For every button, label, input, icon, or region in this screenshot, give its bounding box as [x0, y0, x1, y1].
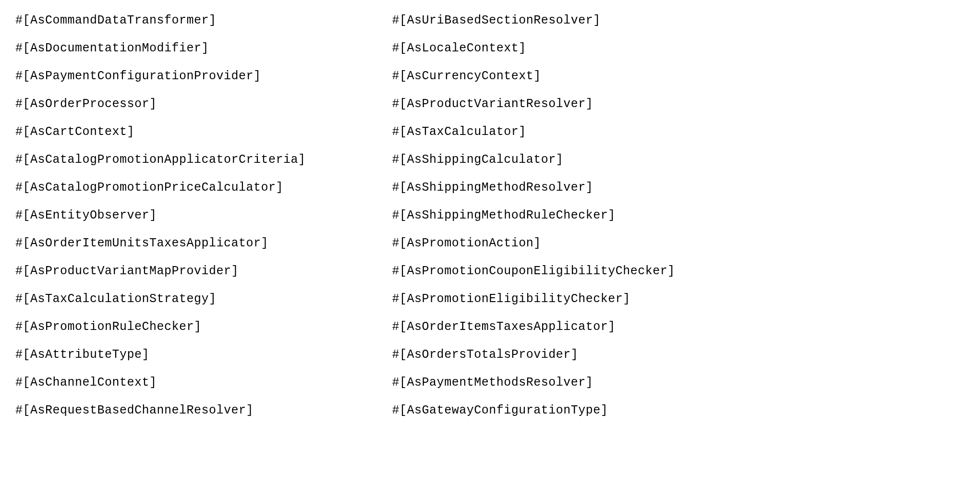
- list-item: #[AsCatalogPromotionPriceCalculator]: [15, 181, 306, 195]
- list-item: #[AsOrderItemUnitsTaxesApplicator]: [15, 236, 306, 251]
- list-item: #[AsOrdersTotalsProvider]: [392, 348, 675, 362]
- list-item: #[AsUriBasedSectionResolver]: [392, 13, 675, 28]
- list-item: #[AsShippingMethodRuleChecker]: [392, 208, 675, 223]
- list-item: #[AsShippingCalculator]: [392, 153, 675, 167]
- list-item: #[AsPromotionAction]: [392, 236, 675, 251]
- list-item: #[AsProductVariantResolver]: [392, 97, 675, 111]
- list-item: #[AsChannelContext]: [15, 376, 306, 390]
- list-item: #[AsShippingMethodResolver]: [392, 181, 675, 195]
- list-item: #[AsTaxCalculationStrategy]: [15, 292, 306, 306]
- list-item: #[AsTaxCalculator]: [392, 125, 675, 139]
- list-item: #[AsPaymentConfigurationProvider]: [15, 69, 306, 84]
- list-item: #[AsDocumentationModifier]: [15, 41, 306, 56]
- list-item: #[AsRequestBasedChannelResolver]: [15, 403, 306, 418]
- right-column: #[AsUriBasedSectionResolver] #[AsLocaleC…: [392, 13, 675, 418]
- list-item: #[AsCommandDataTransformer]: [15, 13, 306, 28]
- list-item: #[AsOrderProcessor]: [15, 97, 306, 111]
- list-item: #[AsPromotionEligibilityChecker]: [392, 292, 675, 306]
- list-item: #[AsEntityObserver]: [15, 208, 306, 223]
- list-item: #[AsPromotionCouponEligibilityChecker]: [392, 264, 675, 279]
- list-item: #[AsCartContext]: [15, 125, 306, 139]
- list-item: #[AsPaymentMethodsResolver]: [392, 376, 675, 390]
- list-item: #[AsCurrencyContext]: [392, 69, 675, 84]
- list-item: #[AsPromotionRuleChecker]: [15, 320, 306, 334]
- list-item: #[AsAttributeType]: [15, 348, 306, 362]
- list-item: #[AsGatewayConfigurationType]: [392, 403, 675, 418]
- attribute-list-container: #[AsCommandDataTransformer] #[AsDocument…: [15, 13, 965, 418]
- list-item: #[AsOrderItemsTaxesApplicator]: [392, 320, 675, 334]
- list-item: #[AsProductVariantMapProvider]: [15, 264, 306, 279]
- list-item: #[AsLocaleContext]: [392, 41, 675, 56]
- list-item: #[AsCatalogPromotionApplicatorCriteria]: [15, 153, 306, 167]
- left-column: #[AsCommandDataTransformer] #[AsDocument…: [15, 13, 306, 418]
